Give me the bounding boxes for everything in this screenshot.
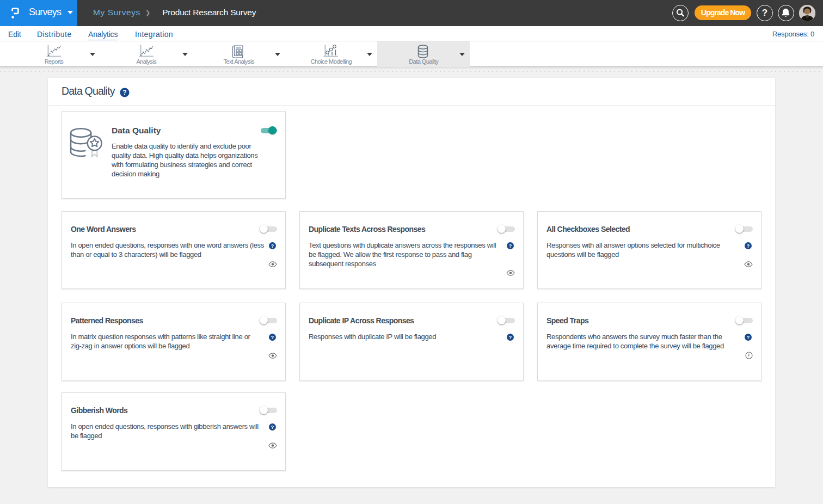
svg-text:?: ?: [746, 334, 750, 340]
svg-text:?: ?: [508, 243, 512, 248]
svg-text:?: ?: [508, 334, 512, 340]
svg-text:?: ?: [271, 243, 274, 248]
svg-text:?: ?: [271, 424, 274, 429]
svg-text:?: ?: [746, 243, 750, 248]
svg-text:?: ?: [271, 334, 274, 340]
svg-text:?: ?: [122, 89, 126, 96]
